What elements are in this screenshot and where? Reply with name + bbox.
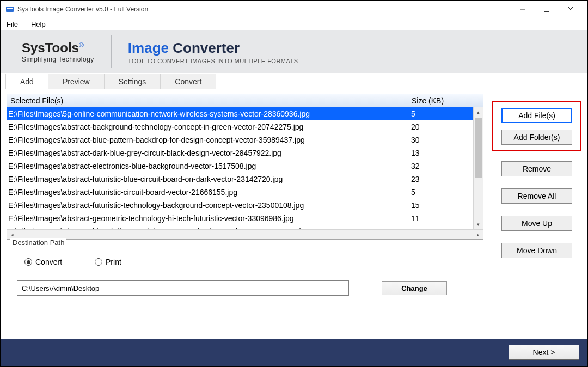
add-folders-button[interactable]: Add Folder(s)	[501, 130, 572, 145]
row-path: E:\Files\Images\abstract-futuristic-tech…	[8, 201, 408, 210]
row-path: E:\Files\Images\abstract-futuristic-circ…	[8, 188, 408, 197]
logo-registered: ®	[79, 41, 84, 49]
row-path: E:\Files\Images\5g-online-communication-…	[8, 109, 408, 118]
logo-name: SysTools	[22, 40, 79, 55]
row-size: 5	[408, 109, 473, 118]
logo-tagline: Simplifying Technology	[22, 56, 94, 63]
menu-file[interactable]: File	[4, 19, 20, 29]
row-path: E:\Files\Images\abstract-futuristic-blue…	[8, 175, 408, 184]
destination-path-input[interactable]	[17, 280, 349, 296]
close-button[interactable]	[559, 1, 583, 17]
scroll-left-icon[interactable]: ◂	[7, 230, 17, 239]
radio-print-label: Print	[106, 258, 121, 266]
destination-path-group: Destination Path Convert Print Change	[7, 243, 483, 307]
next-button[interactable]: Next >	[509, 345, 579, 360]
side-action-panel: Add File(s) Add Folder(s) Remove Remove …	[492, 94, 581, 339]
maximize-button[interactable]	[535, 1, 559, 17]
remove-button[interactable]: Remove	[501, 161, 572, 176]
minimize-button[interactable]	[511, 1, 535, 17]
row-size: 23	[408, 175, 473, 184]
left-pane: Selected File(s) Size (KB) E:\Files\Imag…	[7, 94, 483, 339]
tabs-row: Add Preview Settings Convert	[1, 73, 587, 89]
row-size: 11	[408, 214, 473, 223]
table-row[interactable]: E:\Files\Images\abstract-futuristic-blue…	[7, 173, 473, 186]
col-header-size[interactable]: Size (KB)	[408, 94, 473, 107]
table-row[interactable]: E:\Files\Images\abstract-electronics-blu…	[7, 160, 473, 173]
row-size: 32	[408, 162, 473, 170]
remove-all-button[interactable]: Remove All	[501, 188, 572, 204]
product-tagline: TOOL TO CONVERT IMAGES INTO MULTIPLE FOR…	[128, 58, 298, 64]
product-block: Image Converter TOOL TO CONVERT IMAGES I…	[128, 40, 298, 64]
product-word1: Image	[128, 40, 169, 56]
logo-block: SysTools® Simplifying Technology	[7, 35, 112, 68]
move-up-button[interactable]: Move Up	[501, 216, 572, 231]
scroll-right-icon[interactable]: ▸	[473, 230, 483, 239]
change-button[interactable]: Change	[382, 281, 447, 295]
app-icon	[5, 5, 14, 14]
scroll-down-icon[interactable]: ▾	[474, 219, 483, 229]
row-path: E:\Files\Images\abstract-geometric-techn…	[8, 214, 408, 223]
main-area: Selected File(s) Size (KB) E:\Files\Imag…	[1, 89, 587, 339]
add-buttons-highlight: Add File(s) Add Folder(s)	[492, 101, 581, 151]
scroll-up-icon[interactable]: ▴	[474, 107, 483, 117]
row-path: E:\Files\Images\abstract-dark-blue-grey-…	[8, 149, 408, 157]
svg-rect-3	[544, 7, 549, 11]
table-row[interactable]: E:\Files\Images\abstract-futuristic-tech…	[7, 199, 473, 212]
file-table: Selected File(s) Size (KB) E:\Files\Imag…	[7, 94, 483, 240]
tab-convert[interactable]: Convert	[160, 74, 216, 89]
app-window: SysTools Image Converter v5.0 - Full Ver…	[0, 0, 588, 367]
branding-banner: SysTools® Simplifying Technology Image C…	[1, 30, 587, 73]
move-down-button[interactable]: Move Down	[501, 243, 572, 258]
col-header-file[interactable]: Selected File(s)	[7, 96, 408, 105]
svg-rect-1	[7, 8, 13, 9]
row-size: 15	[408, 201, 473, 210]
radio-convert[interactable]: Convert	[24, 258, 62, 266]
footer-bar: Next >	[1, 339, 587, 366]
destination-legend: Destination Path	[10, 238, 66, 247]
row-path: E:\Files\Images\abstract-electronics-blu…	[8, 162, 408, 170]
table-row[interactable]: E:\Files\Images\abstract-dark-blue-grey-…	[7, 146, 473, 160]
product-word2: Converter	[173, 40, 240, 56]
radio-convert-label: Convert	[35, 258, 62, 266]
table-row[interactable]: E:\Files\Images\5g-online-communication-…	[7, 107, 473, 120]
row-size: 5	[408, 188, 473, 197]
title-bar: SysTools Image Converter v5.0 - Full Ver…	[1, 1, 587, 17]
scroll-thumb[interactable]	[475, 118, 482, 178]
tab-add[interactable]: Add	[5, 74, 48, 89]
table-row[interactable]: E:\Files\Images\abstract-hi-tech-lines-a…	[7, 225, 473, 229]
table-row[interactable]: E:\Files\Images\abstract-futuristic-circ…	[7, 186, 473, 199]
svg-rect-0	[6, 7, 14, 12]
table-row[interactable]: E:\Files\Images\abstract-blue-pattern-ba…	[7, 133, 473, 146]
radio-print[interactable]: Print	[95, 258, 121, 266]
table-row[interactable]: E:\Files\Images\abstract-geometric-techn…	[7, 212, 473, 225]
tab-settings[interactable]: Settings	[104, 74, 161, 89]
window-title: SysTools Image Converter v5.0 - Full Ver…	[17, 5, 148, 13]
table-body: E:\Files\Images\5g-online-communication-…	[7, 107, 483, 229]
table-row[interactable]: E:\Files\Images\abstract-background-tech…	[7, 120, 473, 133]
menu-bar: File Help	[1, 17, 587, 30]
row-size: 13	[408, 149, 473, 157]
vertical-scrollbar[interactable]: ▴ ▾	[473, 107, 483, 229]
row-path: E:\Files\Images\abstract-background-tech…	[8, 123, 408, 131]
radio-dot-icon	[24, 258, 32, 266]
row-path: E:\Files\Images\abstract-blue-pattern-ba…	[8, 136, 408, 144]
radio-dot-icon	[95, 258, 102, 266]
horizontal-scrollbar[interactable]: ◂ ▸	[7, 229, 483, 239]
add-files-button[interactable]: Add File(s)	[501, 108, 572, 123]
table-header: Selected File(s) Size (KB)	[7, 94, 483, 107]
row-size: 30	[408, 136, 473, 144]
tab-preview[interactable]: Preview	[48, 74, 105, 89]
row-size: 20	[408, 123, 473, 131]
menu-help[interactable]: Help	[29, 19, 48, 29]
